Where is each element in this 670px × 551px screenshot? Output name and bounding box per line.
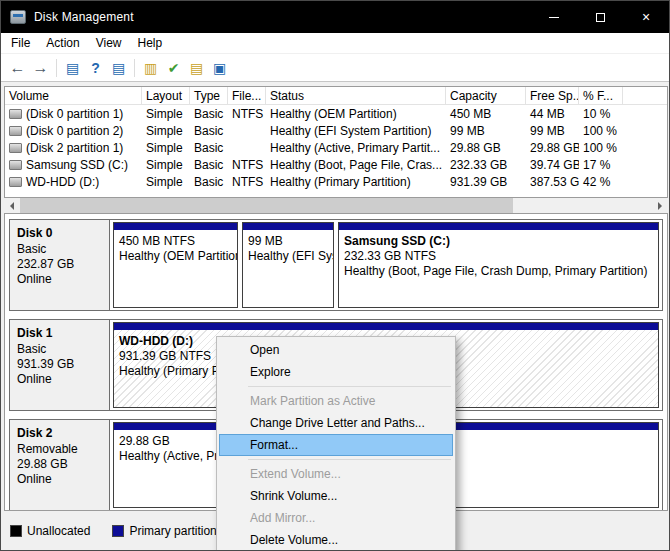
column-header-free-sp[interactable]: Free Sp... — [526, 87, 579, 104]
context-menu-item-add-mirror: Add Mirror... — [219, 507, 453, 529]
partition-status: Healthy (OEM Partition) — [119, 249, 232, 264]
cell-f: 10 % — [579, 107, 623, 121]
partition-info: 450 MB NTFSHealthy (OEM Partition) — [114, 232, 237, 266]
cell-status: Healthy (Boot, Page File, Cras... — [266, 158, 446, 172]
minimize-button[interactable] — [531, 1, 577, 33]
disk-header-disk-2[interactable]: Disk 2Removable29.88 GBOnline — [10, 420, 110, 510]
volume-name: (Disk 2 partition 1) — [26, 141, 123, 155]
volume-icon — [9, 177, 22, 187]
partition-size: 232.33 GB NTFS — [344, 249, 653, 264]
scroll-left-button[interactable] — [4, 198, 20, 213]
scrollbar-thumb[interactable] — [20, 198, 513, 213]
app-icon — [10, 10, 26, 24]
volume-icon — [9, 126, 22, 136]
action-pane-icon[interactable]: ▤ — [107, 57, 130, 79]
scrollbar-track[interactable] — [20, 198, 652, 213]
volume-icon — [9, 143, 22, 153]
table-row[interactable]: (Disk 0 partition 1)SimpleBasicNTFSHealt… — [5, 105, 667, 122]
cell-layout: Simple — [142, 107, 190, 121]
cell-volume: (Disk 0 partition 1) — [5, 107, 142, 121]
column-header-layout[interactable]: Layout — [142, 87, 190, 104]
close-icon: × — [642, 10, 650, 24]
horizontal-scrollbar[interactable] — [4, 198, 668, 213]
legend-swatch — [10, 525, 22, 537]
disk-header-disk-0[interactable]: Disk 0Basic232.87 GBOnline — [10, 220, 110, 310]
partition-size: 450 MB NTFS — [119, 234, 232, 249]
table-row[interactable]: Samsung SSD (C:)SimpleBasicNTFSHealthy (… — [5, 156, 667, 173]
column-header-type[interactable]: Type — [190, 87, 228, 104]
cell-status: Healthy (EFI System Partition) — [266, 124, 446, 138]
table-row[interactable]: (Disk 2 partition 1)SimpleBasicHealthy (… — [5, 139, 667, 156]
cell-free-sp: 39.74 GB — [526, 158, 579, 172]
scroll-right-button[interactable] — [652, 198, 668, 213]
folder-icon[interactable]: ▤ — [185, 57, 208, 79]
forward-icon[interactable]: → — [29, 57, 52, 79]
menu-action[interactable]: Action — [38, 33, 87, 53]
window-title: Disk Management — [34, 10, 134, 24]
legend-item-primary-partition: Primary partition — [112, 518, 216, 543]
context-menu-item-shrink-volume[interactable]: Shrink Volume... — [219, 485, 453, 507]
disk-size: 29.88 GB — [17, 457, 102, 472]
context-menu: OpenExploreMark Partition as ActiveChang… — [216, 336, 456, 551]
cell-volume: Samsung SSD (C:) — [5, 158, 142, 172]
table-row[interactable]: WD-HDD (D:)SimpleBasicNTFSHealthy (Prima… — [5, 173, 667, 190]
export-list-icon[interactable]: ▥ — [139, 57, 162, 79]
cell-volume: WD-HDD (D:) — [5, 175, 142, 189]
cell-capacity: 931.39 GB — [446, 175, 526, 189]
column-header-capacity[interactable]: Capacity — [446, 87, 526, 104]
column-header-f[interactable]: % F... — [579, 87, 623, 104]
cell-layout: Simple — [142, 175, 190, 189]
cell-volume: (Disk 0 partition 2) — [5, 124, 142, 138]
volume-name: (Disk 0 partition 2) — [26, 124, 123, 138]
partition-size: 99 MB — [248, 234, 328, 249]
script-check-icon[interactable]: ✔ — [162, 57, 185, 79]
window-controls: × — [531, 1, 669, 33]
context-menu-item-delete-volume[interactable]: Delete Volume... — [219, 529, 453, 551]
disk-management-window: Disk Management × FileActionViewHelp ←→▤… — [0, 0, 670, 551]
menu-view[interactable]: View — [88, 33, 130, 53]
volume-name: Samsung SSD (C:) — [26, 158, 128, 172]
context-menu-item-format[interactable]: Format... — [219, 434, 453, 456]
toolbar-separator — [56, 59, 57, 77]
menu-separator — [248, 459, 451, 460]
partition[interactable]: 99 MBHealthy (EFI System Partition) — [242, 222, 334, 308]
partition[interactable]: Samsung SSD (C:)232.33 GB NTFSHealthy (B… — [338, 222, 659, 308]
volume-name: (Disk 0 partition 1) — [26, 107, 123, 121]
column-header-file[interactable]: File... — [228, 87, 266, 104]
disk-size: 232.87 GB — [17, 257, 102, 272]
disk-name: Disk 1 — [17, 325, 102, 341]
column-header-volume[interactable]: Volume — [5, 87, 142, 104]
cell-status: Healthy (Active, Primary Partit... — [266, 141, 446, 155]
maximize-button[interactable] — [577, 1, 623, 33]
disk-status: Online — [17, 472, 102, 487]
cell-type: Basic — [190, 124, 228, 138]
legend-label: Primary partition — [129, 524, 216, 538]
table-row[interactable]: (Disk 0 partition 2)SimpleBasicHealthy (… — [5, 122, 667, 139]
console-tree-icon[interactable]: ▤ — [61, 57, 84, 79]
close-button[interactable]: × — [623, 1, 669, 33]
menu-file[interactable]: File — [3, 33, 38, 53]
partition[interactable]: 450 MB NTFSHealthy (OEM Partition) — [113, 222, 238, 308]
partition-info: Samsung SSD (C:)232.33 GB NTFSHealthy (B… — [339, 232, 658, 281]
maximize-icon — [596, 13, 605, 22]
partition-status: Healthy (EFI System Partition) — [248, 249, 328, 264]
cell-status: Healthy (OEM Partition) — [266, 107, 446, 121]
titlebar: Disk Management × — [1, 1, 669, 33]
menubar: FileActionViewHelp — [1, 33, 669, 54]
context-menu-item-open[interactable]: Open — [219, 339, 453, 361]
column-header-status[interactable]: Status — [266, 87, 446, 104]
help-icon[interactable]: ? — [84, 57, 107, 79]
cell-capacity: 450 MB — [446, 107, 526, 121]
cell-f: 42 % — [579, 175, 623, 189]
cell-layout: Simple — [142, 124, 190, 138]
cell-layout: Simple — [142, 141, 190, 155]
menu-help[interactable]: Help — [130, 33, 171, 53]
toolbar: ←→▤?▤▥✔▤▣ — [1, 54, 669, 82]
screen-icon[interactable]: ▣ — [208, 57, 231, 79]
cell-type: Basic — [190, 141, 228, 155]
back-icon[interactable]: ← — [6, 57, 29, 79]
toolbar-separator — [134, 59, 135, 77]
context-menu-item-explore[interactable]: Explore — [219, 361, 453, 383]
disk-header-disk-1[interactable]: Disk 1Basic931.39 GBOnline — [10, 320, 110, 410]
context-menu-item-change-drive-letter-and-paths[interactable]: Change Drive Letter and Paths... — [219, 412, 453, 434]
